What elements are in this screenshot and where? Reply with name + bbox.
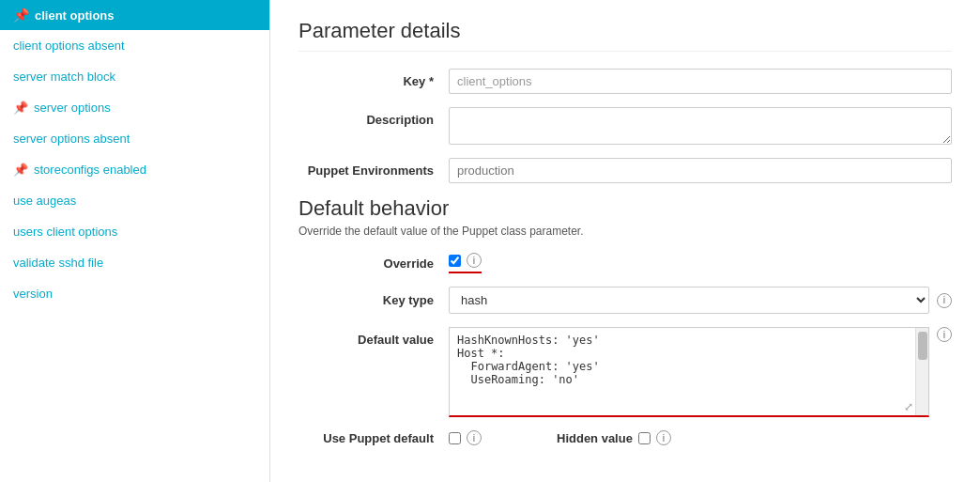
key-row: Key *	[299, 69, 952, 94]
hidden-value-group: Hidden value i	[557, 430, 671, 445]
parameter-details-section: Parameter details Key * Description Pupp…	[299, 19, 952, 183]
key-label: Key *	[299, 69, 449, 88]
main-content: Parameter details Key * Description Pupp…	[270, 0, 980, 482]
sidebar-item-server-options[interactable]: 📌 server options	[0, 92, 269, 123]
sidebar-item-label: server options absent	[13, 132, 130, 146]
sidebar-item-validate-sshd-file[interactable]: validate sshd file	[0, 247, 269, 278]
sidebar-item-label: storeconfigs enabled	[34, 163, 146, 177]
default-value-wrap: HashKnownHosts: 'yes' Host *: ForwardAge…	[449, 327, 952, 417]
puppet-environments-row: Puppet Environments	[299, 158, 952, 183]
sidebar-header-label: client options	[35, 8, 115, 23]
sidebar-item-version[interactable]: version	[0, 278, 269, 309]
puppet-default-label: Use Puppet default	[299, 431, 449, 445]
sidebar-item-use-augeas[interactable]: use augeas	[0, 185, 269, 216]
scrollbar	[915, 328, 928, 415]
sidebar-item-label: client options absent	[13, 39, 125, 53]
default-behavior-title: Default behavior	[299, 196, 952, 221]
pin-icon: 📌	[13, 8, 29, 23]
sidebar-item-label: server match block	[13, 70, 115, 84]
puppet-default-info-icon[interactable]: i	[467, 430, 482, 445]
puppet-default-row: Use Puppet default i Hidden value i	[299, 430, 952, 445]
puppet-environments-label: Puppet Environments	[299, 158, 449, 178]
default-value-textarea[interactable]: HashKnownHosts: 'yes' Host *: ForwardAge…	[450, 328, 928, 412]
hidden-value-label: Hidden value	[557, 431, 633, 445]
puppet-default-controls: i	[449, 430, 482, 445]
description-textarea[interactable]	[449, 107, 952, 145]
default-value-box: HashKnownHosts: 'yes' Host *: ForwardAge…	[449, 327, 929, 417]
key-type-select-wrap: hash string integer float boolean array …	[449, 287, 952, 314]
key-input[interactable]	[449, 69, 952, 94]
sidebar-item-label: users client options	[13, 225, 117, 239]
override-controls: i	[449, 253, 482, 273]
puppet-default-checkbox[interactable]	[449, 432, 461, 444]
parameter-details-title: Parameter details	[299, 19, 952, 52]
override-info-icon[interactable]: i	[467, 253, 482, 268]
scrollbar-thumb	[918, 332, 927, 360]
sidebar-item-label: validate sshd file	[13, 256, 103, 270]
key-type-label: Key type	[299, 293, 449, 307]
description-row: Description	[299, 107, 952, 145]
sidebar-item-client-options-absent[interactable]: client options absent	[0, 30, 269, 61]
default-behavior-subtitle: Override the default value of the Puppet…	[299, 225, 952, 238]
key-type-select[interactable]: hash string integer float boolean array …	[449, 287, 929, 314]
hidden-value-info-icon[interactable]: i	[656, 430, 671, 445]
sidebar-item-storeconfigs-enabled[interactable]: 📌 storeconfigs enabled	[0, 154, 269, 185]
sidebar-item-label: use augeas	[13, 194, 76, 208]
expand-icon[interactable]: ⤢	[904, 400, 913, 413]
default-behavior-section: Default behavior Override the default va…	[299, 196, 952, 445]
sidebar-item-users-client-options[interactable]: users client options	[0, 216, 269, 247]
sidebar-item-label: version	[13, 287, 53, 301]
puppet-environments-input[interactable]	[449, 158, 952, 183]
override-label: Override	[299, 257, 449, 271]
default-value-row: Default value HashKnownHosts: 'yes' Host…	[299, 327, 952, 417]
description-label: Description	[299, 107, 449, 127]
sidebar-item-server-match-block[interactable]: server match block	[0, 61, 269, 92]
sidebar-item-label: server options	[34, 101, 111, 115]
default-value-info-icon[interactable]: i	[937, 327, 952, 342]
default-value-label: Default value	[299, 327, 449, 347]
sidebar: 📌 client options client options absent s…	[0, 0, 270, 482]
hidden-value-checkbox[interactable]	[638, 432, 651, 444]
override-checkbox[interactable]	[449, 255, 461, 267]
override-row: Override i	[299, 253, 952, 273]
pin-icon: 📌	[13, 101, 28, 115]
pin-icon: 📌	[13, 163, 28, 177]
key-type-info-icon[interactable]: i	[937, 293, 952, 308]
sidebar-header[interactable]: 📌 client options	[0, 0, 269, 30]
sidebar-item-server-options-absent[interactable]: server options absent	[0, 123, 269, 154]
key-type-row: Key type hash string integer float boole…	[299, 287, 952, 314]
